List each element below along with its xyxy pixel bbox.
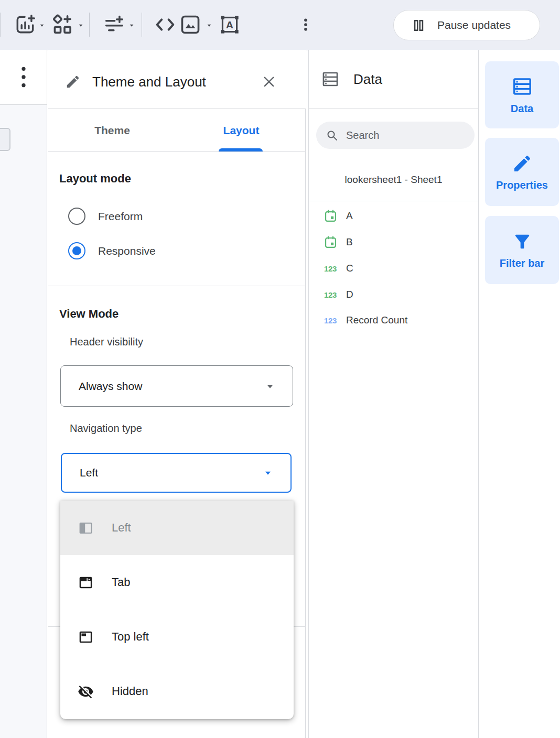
page-more-options-kebab-icon[interactable] (16, 65, 31, 89)
menu-item-label: Top left (112, 630, 149, 644)
field-name: C (346, 263, 353, 274)
navigation-type-value: Left (80, 466, 98, 479)
page-options-box (0, 50, 47, 105)
menu-item-label: Tab (112, 576, 130, 589)
tab-navigation-icon (78, 574, 94, 591)
data-source-name: lookersheet1 - Sheet1 (308, 174, 479, 186)
tab-layout[interactable]: Layout (177, 109, 306, 151)
left-panel-icon (78, 520, 94, 536)
divider (309, 201, 478, 201)
navigation-type-menu: Left Tab Top left Hidden (60, 501, 294, 719)
field-name: B (346, 236, 353, 248)
radio-responsive[interactable] (68, 242, 85, 259)
radio-freeform[interactable] (68, 208, 85, 225)
radio-freeform-label[interactable]: Freeform (98, 210, 143, 223)
header-visibility-select[interactable]: Always show (60, 365, 293, 407)
looker-studio-editor: A Pause updates Theme and Layout Theme L… (0, 0, 560, 738)
rail-data-label: Data (511, 103, 533, 115)
add-chart-dropdown-caret[interactable] (38, 21, 46, 29)
add-chart-button[interactable] (14, 13, 37, 36)
canvas-partial-element (0, 128, 10, 151)
embed-url-button[interactable] (153, 13, 177, 37)
add-text-button[interactable]: A (218, 13, 241, 36)
field-name: D (346, 289, 353, 300)
add-image-button[interactable] (178, 13, 202, 37)
field-row-record-count[interactable]: 123 Record Count (308, 307, 478, 333)
rail-filter-bar-button[interactable]: Filter bar (485, 216, 559, 284)
data-panel-title: Data (353, 71, 382, 88)
data-panel (308, 50, 479, 738)
svg-text:A: A (226, 19, 233, 30)
close-icon[interactable] (262, 74, 276, 89)
number-type-icon: 123 (324, 290, 337, 299)
toolbar-separator (0, 13, 1, 37)
embed-code-icon (153, 13, 177, 37)
radio-selected-dot (72, 246, 81, 255)
view-mode-heading: View Mode (59, 307, 119, 321)
header-visibility-label: Header visibility (70, 336, 143, 348)
data-table-icon (511, 75, 533, 97)
add-chart-icon (14, 13, 37, 36)
divider (48, 286, 306, 286)
search-input[interactable] (345, 129, 462, 142)
filter-funnel-icon (512, 231, 533, 252)
metric-number-icon: 123 (324, 316, 337, 325)
menu-item-tab[interactable]: Tab (60, 555, 294, 610)
panel-title: Theme and Layout (92, 74, 206, 90)
chevron-down-icon (264, 381, 276, 392)
image-icon (178, 13, 202, 37)
divider (48, 151, 306, 152)
navigation-type-label: Navigation type (70, 422, 142, 435)
properties-pencil-icon (512, 153, 533, 174)
pause-updates-button[interactable]: Pause updates (393, 10, 540, 40)
menu-item-top-left[interactable]: Top left (60, 610, 294, 664)
top-left-navigation-icon (78, 629, 94, 645)
hidden-eye-off-icon (78, 683, 94, 700)
rail-filter-bar-label: Filter bar (500, 257, 545, 269)
report-canvas-edge (0, 105, 47, 738)
image-dropdown-caret[interactable] (205, 21, 213, 29)
search-icon (326, 129, 338, 142)
text-box-icon: A (218, 13, 241, 36)
layout-mode-heading: Layout mode (59, 172, 131, 186)
toolbar-more-options-button[interactable] (298, 17, 314, 32)
toolbar-separator (142, 13, 142, 37)
rail-data-button[interactable]: Data (485, 61, 559, 128)
field-search-box[interactable] (316, 122, 475, 149)
date-calendar-icon (324, 209, 338, 223)
date-calendar-icon (324, 235, 338, 249)
navigation-type-select[interactable]: Left (61, 453, 292, 493)
menu-item-label: Hidden (112, 685, 148, 698)
menu-item-label: Left (112, 521, 131, 535)
menu-item-hidden[interactable]: Hidden (60, 664, 294, 719)
add-control-icon (103, 13, 126, 36)
community-visualization-dropdown-caret[interactable] (77, 21, 85, 29)
field-row-c[interactable]: 123 C (308, 255, 478, 281)
radio-responsive-label[interactable]: Responsive (98, 245, 156, 257)
pause-updates-label: Pause updates (437, 19, 511, 31)
field-row-d[interactable]: 123 D (308, 281, 478, 308)
add-community-visualization-button[interactable] (50, 13, 74, 37)
community-visualizations-icon (50, 13, 74, 37)
data-source-table-icon (321, 70, 340, 89)
add-control-button[interactable] (103, 13, 126, 36)
chevron-down-icon (262, 467, 274, 479)
add-control-dropdown-caret[interactable] (127, 21, 136, 29)
header-visibility-value: Always show (79, 380, 142, 393)
edit-pencil-icon (65, 74, 81, 90)
field-name: A (346, 210, 353, 222)
pause-icon (412, 18, 426, 32)
menu-item-left[interactable]: Left (60, 501, 294, 555)
field-row-a[interactable]: A (308, 203, 478, 229)
field-row-b[interactable]: B (308, 229, 478, 255)
field-name: Record Count (346, 314, 407, 326)
rail-properties-label: Properties (496, 179, 548, 191)
more-options-kebab-icon (298, 17, 314, 32)
data-panel-header: Data (308, 50, 479, 109)
number-type-icon: 123 (324, 264, 337, 273)
toolbar-separator (89, 13, 90, 37)
tab-theme[interactable]: Theme (48, 109, 177, 151)
rail-properties-button[interactable]: Properties (485, 138, 559, 206)
